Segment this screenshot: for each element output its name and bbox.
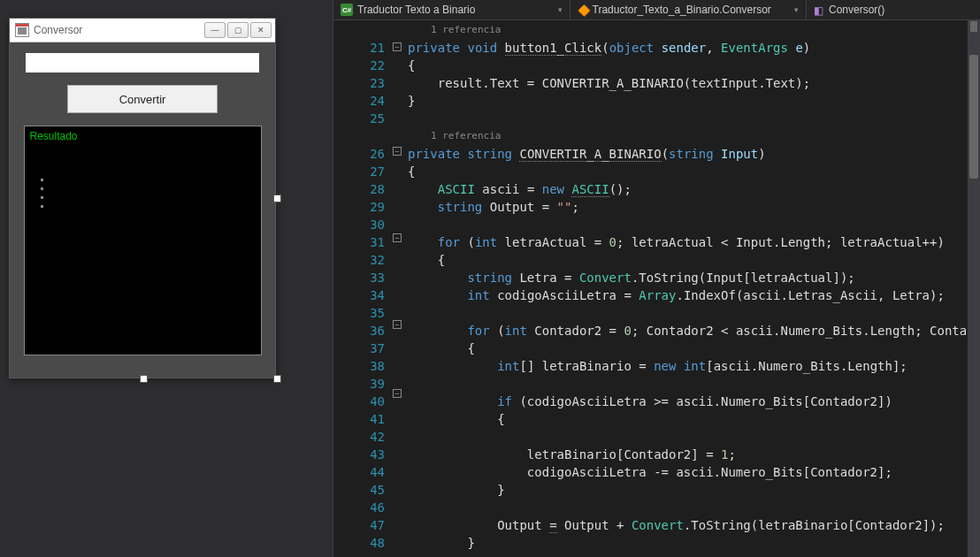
- selection-handle[interactable]: [140, 375, 148, 383]
- maximize-icon: ▢: [227, 22, 249, 38]
- line-number-gutter: 2122232425262728293031323334353637383940…: [333, 20, 392, 557]
- class-icon: 🔶: [578, 4, 588, 15]
- convert-button[interactable]: Convertir: [67, 85, 218, 113]
- code-editor-panel: C#Traductor Texto a Binario ▾ 🔶Traductor…: [333, 0, 980, 557]
- form-icon: [15, 23, 29, 37]
- chevron-down-icon: ▾: [558, 5, 563, 14]
- window-buttons: — ▢ ✕: [204, 22, 272, 38]
- navigation-bar: C#Traductor Texto a Binario ▾ 🔶Traductor…: [333, 0, 980, 20]
- scroll-thumb[interactable]: [969, 55, 978, 179]
- result-output[interactable]: Resultado: [24, 126, 262, 355]
- fold-gutter[interactable]: −−−−−: [392, 20, 404, 557]
- selection-handle[interactable]: [273, 375, 281, 383]
- nav-project-label: Traductor Texto a Binario: [357, 4, 475, 16]
- nav-class-dropdown[interactable]: 🔶Traductor_Texto_a_Binario.Conversor ▾: [570, 0, 808, 19]
- selection-handle[interactable]: [273, 195, 281, 202]
- csharp-icon: C#: [341, 4, 353, 16]
- close-icon: ✕: [250, 22, 272, 38]
- code-editor[interactable]: 2122232425262728293031323334353637383940…: [333, 20, 980, 557]
- text-input[interactable]: [26, 53, 259, 72]
- form-conversor[interactable]: Conversor — ▢ ✕ Convertir Resultado: [9, 18, 276, 378]
- form-titlebar: Conversor — ▢ ✕: [10, 19, 275, 42]
- chevron-down-icon: ▾: [794, 5, 799, 14]
- vertical-scrollbar[interactable]: [968, 19, 980, 557]
- code-content[interactable]: 1 referenciaprivate void button1_Click(o…: [404, 20, 980, 557]
- designer-surface[interactable]: Conversor — ▢ ✕ Convertir Resultado: [0, 0, 333, 557]
- nav-member-dropdown[interactable]: ◧Conversor(): [807, 0, 980, 19]
- method-icon: ◧: [814, 4, 824, 15]
- nav-project-dropdown[interactable]: C#Traductor Texto a Binario ▾: [333, 0, 570, 19]
- form-title: Conversor: [34, 24, 82, 36]
- panel-splitter[interactable]: [39, 175, 44, 210]
- nav-member-label: Conversor(): [829, 4, 884, 16]
- nav-class-label: Traductor_Texto_a_Binario.Conversor: [593, 4, 771, 16]
- minimize-icon: —: [204, 22, 226, 38]
